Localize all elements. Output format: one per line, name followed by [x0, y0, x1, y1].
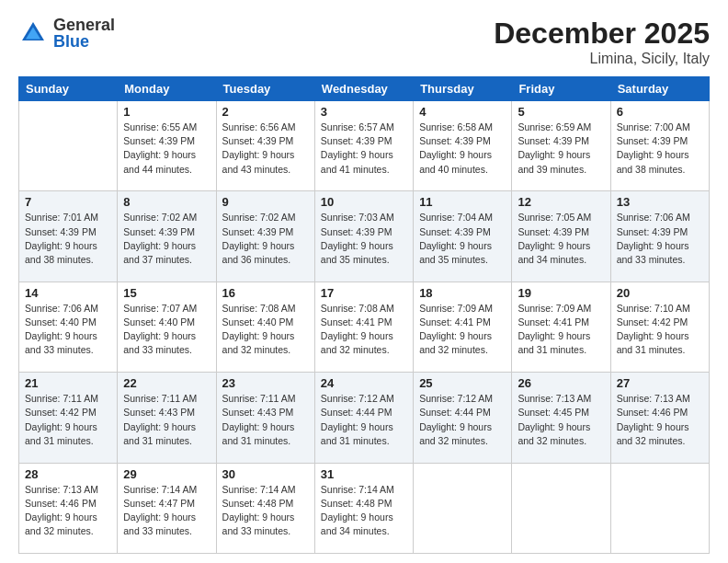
calendar-week-row: 7Sunrise: 7:01 AM Sunset: 4:39 PM Daylig… [19, 191, 710, 282]
logo-general-text: General [53, 17, 115, 33]
calendar-day-header: Monday [118, 77, 216, 101]
day-number: 18 [419, 286, 506, 300]
day-number: 24 [321, 376, 407, 390]
calendar-cell: 8Sunrise: 7:02 AM Sunset: 4:39 PM Daylig… [118, 191, 216, 282]
day-info: Sunrise: 7:09 AM Sunset: 4:41 PM Dayligh… [419, 302, 506, 358]
day-number: 5 [518, 105, 604, 119]
page: General Blue December 2025 Limina, Sicil… [0, 0, 728, 563]
day-number: 29 [123, 467, 210, 481]
day-number: 15 [123, 286, 210, 300]
day-info: Sunrise: 6:56 AM Sunset: 4:39 PM Dayligh… [222, 121, 309, 177]
day-number: 12 [518, 195, 604, 209]
day-number: 7 [25, 195, 111, 209]
calendar-week-row: 1Sunrise: 6:55 AM Sunset: 4:39 PM Daylig… [19, 101, 710, 191]
calendar-cell: 14Sunrise: 7:06 AM Sunset: 4:40 PM Dayli… [19, 282, 118, 372]
logo-text: General Blue [53, 17, 115, 50]
calendar-cell: 25Sunrise: 7:12 AM Sunset: 4:44 PM Dayli… [414, 373, 512, 463]
day-number: 22 [123, 376, 210, 390]
day-info: Sunrise: 7:11 AM Sunset: 4:43 PM Dayligh… [123, 392, 210, 448]
day-number: 16 [222, 286, 309, 300]
calendar-week-row: 28Sunrise: 7:13 AM Sunset: 4:46 PM Dayli… [19, 463, 710, 553]
day-info: Sunrise: 7:12 AM Sunset: 4:44 PM Dayligh… [321, 392, 407, 448]
calendar-week-row: 21Sunrise: 7:11 AM Sunset: 4:42 PM Dayli… [19, 373, 710, 463]
day-info: Sunrise: 7:05 AM Sunset: 4:39 PM Dayligh… [518, 211, 604, 267]
day-number: 2 [222, 105, 309, 119]
calendar-week-row: 14Sunrise: 7:06 AM Sunset: 4:40 PM Dayli… [19, 282, 710, 372]
calendar-cell: 22Sunrise: 7:11 AM Sunset: 4:43 PM Dayli… [118, 373, 216, 463]
calendar-cell [19, 101, 118, 191]
day-info: Sunrise: 7:02 AM Sunset: 4:39 PM Dayligh… [123, 211, 210, 267]
calendar-cell: 13Sunrise: 7:06 AM Sunset: 4:39 PM Dayli… [610, 191, 709, 282]
day-info: Sunrise: 7:08 AM Sunset: 4:41 PM Dayligh… [321, 302, 407, 358]
day-number: 26 [518, 376, 604, 390]
calendar-cell: 19Sunrise: 7:09 AM Sunset: 4:41 PM Dayli… [512, 282, 610, 372]
calendar-cell: 17Sunrise: 7:08 AM Sunset: 4:41 PM Dayli… [314, 282, 413, 372]
main-title: December 2025 [494, 17, 710, 51]
day-number: 4 [419, 105, 506, 119]
calendar-cell: 7Sunrise: 7:01 AM Sunset: 4:39 PM Daylig… [19, 191, 118, 282]
calendar-cell: 5Sunrise: 6:59 AM Sunset: 4:39 PM Daylig… [512, 101, 610, 191]
calendar-cell: 23Sunrise: 7:11 AM Sunset: 4:43 PM Dayli… [216, 373, 314, 463]
calendar-cell: 9Sunrise: 7:02 AM Sunset: 4:39 PM Daylig… [216, 191, 314, 282]
calendar-cell: 6Sunrise: 7:00 AM Sunset: 4:39 PM Daylig… [610, 101, 709, 191]
day-number: 25 [419, 376, 506, 390]
day-number: 28 [25, 467, 111, 481]
calendar-cell: 16Sunrise: 7:08 AM Sunset: 4:40 PM Dayli… [216, 282, 314, 372]
day-info: Sunrise: 7:10 AM Sunset: 4:42 PM Dayligh… [617, 302, 703, 358]
calendar-cell: 26Sunrise: 7:13 AM Sunset: 4:45 PM Dayli… [512, 373, 610, 463]
calendar-day-header: Tuesday [216, 77, 314, 101]
calendar-day-header: Wednesday [314, 77, 413, 101]
calendar-table: SundayMondayTuesdayWednesdayThursdayFrid… [18, 76, 710, 554]
day-number: 11 [419, 195, 506, 209]
calendar-cell: 10Sunrise: 7:03 AM Sunset: 4:39 PM Dayli… [314, 191, 413, 282]
day-info: Sunrise: 7:11 AM Sunset: 4:42 PM Dayligh… [25, 392, 111, 448]
calendar-cell: 4Sunrise: 6:58 AM Sunset: 4:39 PM Daylig… [414, 101, 512, 191]
day-number: 6 [617, 105, 703, 119]
calendar-day-header: Saturday [610, 77, 709, 101]
day-info: Sunrise: 7:12 AM Sunset: 4:44 PM Dayligh… [419, 392, 506, 448]
header: General Blue December 2025 Limina, Sicil… [18, 17, 710, 67]
day-number: 3 [321, 105, 407, 119]
day-number: 23 [222, 376, 309, 390]
calendar-cell: 15Sunrise: 7:07 AM Sunset: 4:40 PM Dayli… [118, 282, 216, 372]
calendar-cell: 31Sunrise: 7:14 AM Sunset: 4:48 PM Dayli… [314, 463, 413, 553]
day-info: Sunrise: 6:57 AM Sunset: 4:39 PM Dayligh… [321, 121, 407, 177]
day-number: 10 [321, 195, 407, 209]
logo: General Blue [18, 17, 115, 50]
calendar-cell: 20Sunrise: 7:10 AM Sunset: 4:42 PM Dayli… [610, 282, 709, 372]
day-number: 17 [321, 286, 407, 300]
day-number: 14 [25, 286, 111, 300]
day-info: Sunrise: 7:13 AM Sunset: 4:45 PM Dayligh… [518, 392, 604, 448]
day-number: 27 [617, 376, 703, 390]
title-block: December 2025 Limina, Sicily, Italy [494, 17, 710, 67]
day-info: Sunrise: 7:14 AM Sunset: 4:48 PM Dayligh… [222, 483, 309, 539]
calendar-cell: 12Sunrise: 7:05 AM Sunset: 4:39 PM Dayli… [512, 191, 610, 282]
day-info: Sunrise: 6:58 AM Sunset: 4:39 PM Dayligh… [419, 121, 506, 177]
calendar-cell: 21Sunrise: 7:11 AM Sunset: 4:42 PM Dayli… [19, 373, 118, 463]
day-info: Sunrise: 7:14 AM Sunset: 4:48 PM Dayligh… [321, 483, 407, 539]
day-info: Sunrise: 7:04 AM Sunset: 4:39 PM Dayligh… [419, 211, 506, 267]
day-info: Sunrise: 6:59 AM Sunset: 4:39 PM Dayligh… [518, 121, 604, 177]
calendar-day-header: Thursday [414, 77, 512, 101]
day-number: 8 [123, 195, 210, 209]
day-number: 13 [617, 195, 703, 209]
day-info: Sunrise: 7:06 AM Sunset: 4:39 PM Dayligh… [617, 211, 703, 267]
calendar-header-row: SundayMondayTuesdayWednesdayThursdayFrid… [19, 77, 710, 101]
calendar-cell [512, 463, 610, 553]
calendar-cell: 24Sunrise: 7:12 AM Sunset: 4:44 PM Dayli… [314, 373, 413, 463]
day-number: 20 [617, 286, 703, 300]
day-info: Sunrise: 7:00 AM Sunset: 4:39 PM Dayligh… [617, 121, 703, 177]
calendar-cell: 2Sunrise: 6:56 AM Sunset: 4:39 PM Daylig… [216, 101, 314, 191]
day-number: 31 [321, 467, 407, 481]
day-number: 9 [222, 195, 309, 209]
day-info: Sunrise: 7:08 AM Sunset: 4:40 PM Dayligh… [222, 302, 309, 358]
day-info: Sunrise: 7:06 AM Sunset: 4:40 PM Dayligh… [25, 302, 111, 358]
calendar-cell: 27Sunrise: 7:13 AM Sunset: 4:46 PM Dayli… [610, 373, 709, 463]
calendar-day-header: Friday [512, 77, 610, 101]
logo-blue-text: Blue [53, 33, 115, 50]
calendar-cell [414, 463, 512, 553]
calendar-cell: 11Sunrise: 7:04 AM Sunset: 4:39 PM Dayli… [414, 191, 512, 282]
day-info: Sunrise: 7:13 AM Sunset: 4:46 PM Dayligh… [617, 392, 703, 448]
day-number: 21 [25, 376, 111, 390]
day-info: Sunrise: 7:13 AM Sunset: 4:46 PM Dayligh… [25, 483, 111, 539]
